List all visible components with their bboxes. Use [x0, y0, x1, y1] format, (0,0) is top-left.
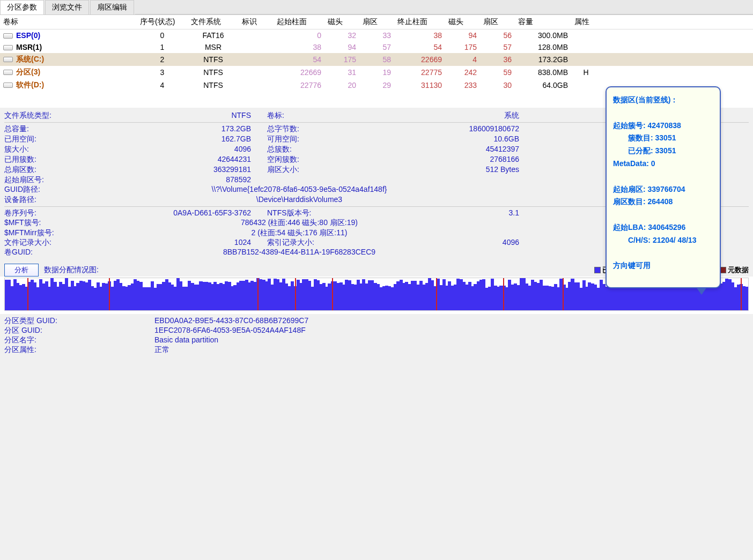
th-flag[interactable]: 标识 [239, 15, 274, 29]
th-seq[interactable]: 序号(状态) [137, 15, 188, 29]
disk-icon [3, 70, 13, 75]
val-vol: 系统 [326, 111, 519, 121]
analyze-button[interactable]: 分析 [4, 264, 39, 277]
lbl-fs-type: 文件系统类型: [4, 111, 79, 121]
disk-icon [3, 83, 13, 88]
table-row[interactable]: MSR(1) 1MSR 389457 5417557 128.0MB [0, 41, 753, 53]
val-fs-type: NTFS [79, 111, 251, 121]
th-attr[interactable]: 属性 [571, 15, 601, 29]
th-volume[interactable]: 卷标 [0, 15, 137, 29]
th-start-sec[interactable]: 扇区 [359, 15, 394, 29]
th-end-cyl[interactable]: 终止柱面 [394, 15, 445, 29]
th-fs[interactable]: 文件系统 [188, 15, 239, 29]
partition-table: 卷标 序号(状态) 文件系统 标识 起始柱面 磁头 扇区 终止柱面 磁头 扇区 … [0, 15, 753, 92]
tab-sector-edit[interactable]: 扇区编辑 [90, 0, 134, 14]
th-end-sec[interactable]: 扇区 [480, 15, 515, 29]
tab-browse[interactable]: 浏览文件 [45, 0, 89, 14]
th-end-head[interactable]: 磁头 [445, 15, 480, 29]
table-row[interactable]: 系统(C:) 2NTFS 5417558 22669436 173.2GB [0, 53, 753, 66]
disk-icon [3, 33, 13, 39]
table-row[interactable]: 分区(3) 3NTFS 226693119 2277524259 838.0MB… [0, 66, 753, 79]
disk-icon [3, 45, 13, 50]
lbl-vol: 卷标: [251, 111, 326, 121]
chart-title: 数据分配情况图: [44, 265, 99, 275]
th-start-head[interactable]: 磁头 [324, 15, 359, 29]
tab-bar: 分区参数 浏览文件 扇区编辑 [0, 0, 753, 15]
fs-info: 文件系统类型:NTFS 卷标:系统 总容量:173.2GB 总字节数:18600… [0, 108, 753, 260]
disk-icon [3, 57, 13, 62]
partition-guid-info: 分区类型 GUID:EBD0A0A2-B9E5-4433-87C0-68B6B7… [0, 314, 753, 365]
th-start-cyl[interactable]: 起始柱面 [274, 15, 324, 29]
table-row[interactable]: ESP(0) 0FAT16 03233 389456 300.0MB [0, 29, 753, 42]
th-capacity[interactable]: 容量 [515, 15, 571, 29]
cursor-tooltip: 数据区(当前竖线)： 起始簇号: 42470838 簇数目: 33051 已分配… [606, 86, 721, 288]
tab-params[interactable]: 分区参数 [0, 0, 44, 14]
